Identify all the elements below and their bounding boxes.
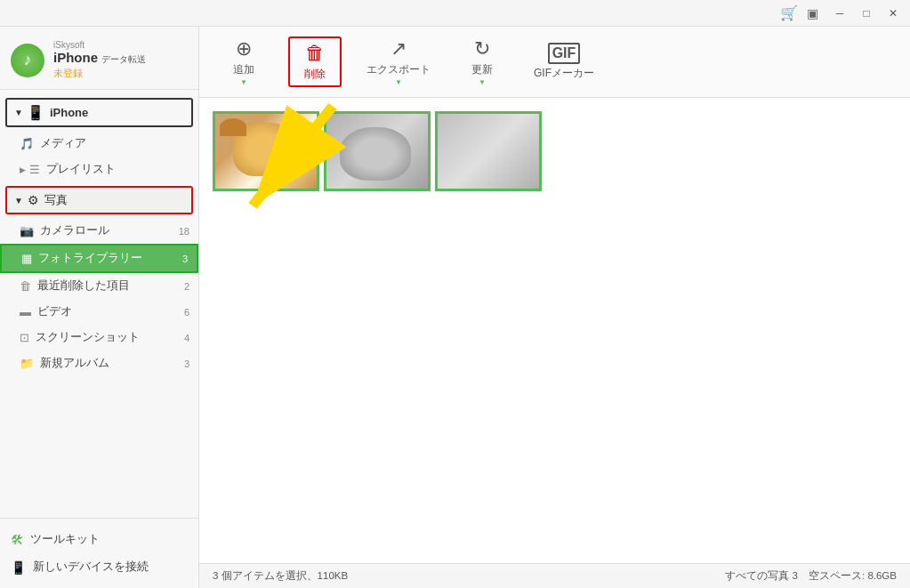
camera-roll-icon: 📷 [20,224,34,238]
sidebar-item-toolkit[interactable]: 🛠 ツールキット [0,526,198,553]
refresh-arrow: ▼ [479,78,486,86]
main-layout: ♪ iSkysoft iPhone データ転送 未登録 ▼ 📱 iPhone [0,27,910,588]
album-icon: 📁 [20,357,34,370]
photo-area [199,98,910,563]
delete-label: 削除 [304,67,326,82]
photo-thumb-2[interactable] [324,111,431,191]
photos-label: 写真 [44,192,68,208]
photos-header[interactable]: ▼ ⚙ 写真 [7,188,191,213]
new-device-label: 新しいデバイスを接続 [33,560,149,575]
kitten-photo-1 [326,114,428,189]
iphone-header[interactable]: ▼ 📱 iPhone [7,100,191,125]
total-info: すべての写真 3 空スペース: 8.6GB [725,569,897,583]
dog-photo [215,114,317,189]
selection-info: 3 個アイテムを選択、110KB [213,569,348,583]
playlist-label: プレイリスト [46,162,116,177]
photo-thumb-3[interactable] [435,111,542,191]
refresh-icon: ↻ [474,37,490,60]
recently-deleted-count: 2 [184,281,189,292]
photos-gear-icon: ⚙ [28,193,39,207]
screenshot-icon: ⊡ [20,331,29,344]
recently-deleted-label: 最近削除した項目 [37,278,130,294]
export-icon: ↗ [391,37,407,60]
photo-thumb-1[interactable] [213,111,319,191]
sidebar-item-camera-roll[interactable]: 📷 カメラロール 18 [0,218,198,244]
delete-button[interactable]: 🗑 削除 [288,36,342,87]
sidebar-bottom: 🛠 ツールキット 📱 新しいデバイスを接続 [0,518,198,588]
minimize-button[interactable]: ─ [827,4,852,22]
new-device-icon: 📱 [11,560,26,575]
add-button[interactable]: ⊕ 追加 ▼ [217,34,270,90]
sidebar: ♪ iSkysoft iPhone データ転送 未登録 ▼ 📱 iPhone [0,27,199,588]
app-subtitle: データ転送 [101,53,146,66]
window-controls: ─ □ ✕ [827,4,906,22]
sidebar-nav: ▼ 📱 iPhone 🎵 メディア ▶ ☰ プレイリスト ▼ ⚙ [0,90,198,518]
gif-label: GIFメーカー [534,66,594,81]
export-arrow: ▼ [395,78,402,86]
refresh-button[interactable]: ↻ 更新 ▼ [455,34,509,90]
store-icon[interactable]: ▣ [807,6,818,20]
new-album-label: 新規アルバム [40,356,109,371]
toolbar: ⊕ 追加 ▼ 🗑 削除 ↗ エクスポート ▼ ↻ 更新 ▼ GIF GIFメーカ… [199,27,910,98]
gif-button[interactable]: GIF GIFメーカー [527,39,601,85]
iphone-icon: 📱 [27,104,44,121]
add-icon: ⊕ [236,37,252,60]
restore-button[interactable]: □ [854,4,879,22]
app-logo: ♪ [11,44,44,77]
sidebar-item-media[interactable]: 🎵 メディア [0,131,198,157]
export-button[interactable]: ↗ エクスポート ▼ [359,34,438,90]
new-album-count: 3 [184,358,189,369]
titlebar: 🛒 ▣ ─ □ ✕ [0,0,910,27]
app-name: iPhone [53,50,98,65]
photo-grid [199,98,910,205]
photo-library-icon: ▦ [21,252,32,265]
refresh-label: 更新 [471,62,493,77]
photo-library-count: 3 [182,254,188,264]
camera-roll-label: カメラロール [40,223,109,238]
sidebar-item-new-device[interactable]: 📱 新しいデバイスを接続 [0,553,198,581]
app-title-block: iSkysoft iPhone データ転送 未登録 [53,40,146,80]
trash-icon: 🗑 [20,279,31,293]
toolkit-icon: 🛠 [11,533,23,547]
sidebar-item-photo-library[interactable]: ▦ フォトライブラリー 3 [0,244,198,273]
close-button[interactable]: ✕ [881,4,906,22]
sidebar-item-new-album[interactable]: 📁 新規アルバム 3 [0,350,198,376]
iphone-label: iPhone [50,106,88,119]
screenshot-count: 4 [184,333,189,343]
status-bar: 3 個アイテムを選択、110KB すべての写真 3 空スペース: 8.6GB [199,563,910,588]
screenshot-label: スクリーンショット [36,330,140,345]
content-area: ⊕ 追加 ▼ 🗑 削除 ↗ エクスポート ▼ ↻ 更新 ▼ GIF GIFメーカ… [199,27,910,588]
playlist-icon: ☰ [29,163,40,176]
sidebar-item-playlist[interactable]: ▶ ☰ プレイリスト [0,157,198,182]
app-header: ♪ iSkysoft iPhone データ転送 未登録 [0,27,198,90]
gif-icon: GIF [548,43,581,64]
cart-icon[interactable]: 🛒 [780,4,798,21]
delete-icon: 🗑 [305,42,325,65]
camera-roll-count: 18 [179,226,189,237]
video-icon: ▬ [20,305,31,318]
app-brand: iSkysoft [53,40,146,50]
kitten-photo-2 [438,114,539,189]
video-label: ビデオ [37,304,72,319]
sidebar-item-video[interactable]: ▬ ビデオ 6 [0,299,198,325]
photos-arrow: ▼ [14,196,23,205]
toolkit-label: ツールキット [30,532,100,547]
add-label: 追加 [233,62,254,77]
add-arrow: ▼ [240,78,247,86]
iphone-section: ▼ 📱 iPhone [5,98,193,127]
media-label: メディア [40,136,86,151]
sidebar-item-screenshot[interactable]: ⊡ スクリーンショット 4 [0,325,198,350]
video-count: 6 [184,307,189,318]
photo-library-label: フォトライブラリー [38,251,142,266]
photos-section: ▼ ⚙ 写真 [5,186,193,214]
unregistered-label: 未登録 [53,67,146,80]
export-label: エクスポート [366,62,431,77]
media-icon: 🎵 [20,137,34,150]
sidebar-item-recently-deleted[interactable]: 🗑 最近削除した項目 2 [0,273,198,299]
